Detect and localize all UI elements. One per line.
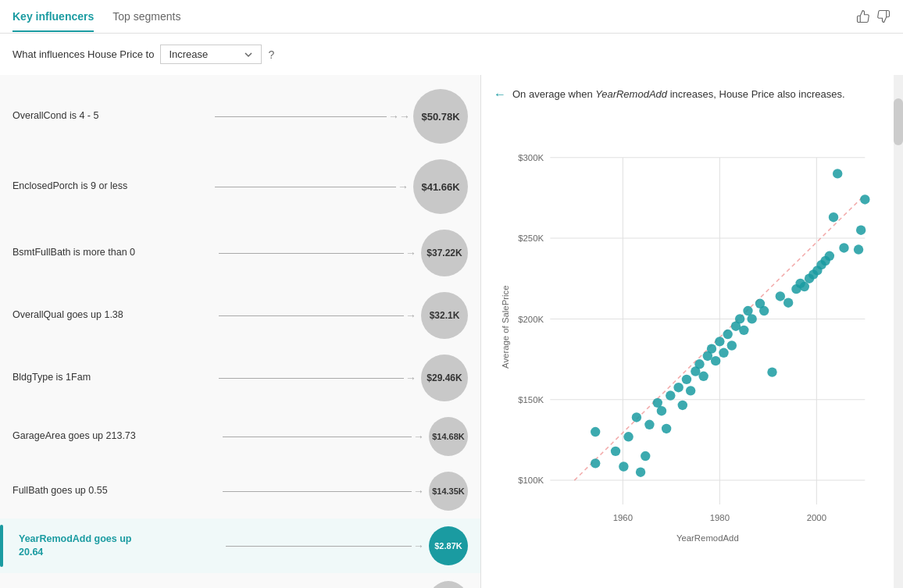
influencer-list: OverallCond is 4 - 5 → $50.78K EnclosedP… <box>0 75 480 588</box>
scatter-title: On average when YearRemodAdd increases, … <box>512 87 845 102</box>
svg-point-40 <box>707 344 716 354</box>
influencer-label: BsmtFullBath is more than 0 <box>12 246 219 260</box>
list-item[interactable]: EnclosedPorch is 9 or less → $41.66K <box>0 151 480 222</box>
svg-point-66 <box>833 169 842 178</box>
list-item[interactable]: OverallCond is 4 - 5 → $50.78K <box>0 81 480 151</box>
svg-point-43 <box>719 348 728 358</box>
svg-point-25 <box>636 468 645 477</box>
svg-point-23 <box>623 432 633 441</box>
svg-point-70 <box>854 245 863 255</box>
svg-point-26 <box>641 451 650 461</box>
filter-row: What influences House Price to Increase … <box>0 34 903 75</box>
svg-text:$300K: $300K <box>518 153 544 162</box>
svg-point-24 <box>632 412 641 422</box>
svg-point-34 <box>682 375 691 384</box>
tab-key-influencers[interactable]: Key influencers <box>12 10 94 32</box>
scatter-svg: $300K $250K $200K $150K $100K 1960 1980 … <box>494 111 881 576</box>
svg-text:$150K: $150K <box>518 395 544 404</box>
svg-point-38 <box>698 372 708 381</box>
svg-point-67 <box>839 243 848 252</box>
list-item[interactable]: BldgType is 1Fam → $29.46K <box>0 347 480 409</box>
influencer-label: BldgType is 1Fam <box>12 371 219 385</box>
svg-point-53 <box>767 368 776 377</box>
value-bubble: $29.46K <box>421 355 468 401</box>
svg-point-37 <box>694 359 704 369</box>
svg-point-68 <box>860 194 869 204</box>
svg-point-44 <box>723 330 732 339</box>
main-content: OverallCond is 4 - 5 → $50.78K EnclosedP… <box>0 75 903 588</box>
influencer-label: FullBath goes up 0.55 <box>12 484 223 498</box>
scatter-panel: ← On average when YearRemodAdd increases… <box>480 75 894 588</box>
svg-point-29 <box>657 406 666 415</box>
svg-text:$200K: $200K <box>518 315 544 324</box>
svg-point-20 <box>591 458 600 468</box>
filter-label: What influences House Price to <box>12 48 154 60</box>
influencer-label: OverallQual goes up 1.38 <box>12 308 219 323</box>
back-arrow[interactable]: ← <box>494 87 506 102</box>
value-bubble: $41.66K <box>413 159 468 214</box>
filter-value: Increase <box>169 48 208 60</box>
tabs-header: Key influencers Top segments <box>0 0 903 34</box>
influencer-label: EnclosedPorch is 9 or less <box>12 180 215 194</box>
svg-point-35 <box>686 386 695 395</box>
svg-text:YearRemodAdd: YearRemodAdd <box>676 533 739 543</box>
svg-point-47 <box>735 314 744 323</box>
list-item[interactable]: GarageArea goes up 213.73 → $14.68K <box>0 409 480 464</box>
value-bubble: $1.35K <box>429 581 468 588</box>
list-item[interactable]: FullBath goes up 0.55 → $14.35K <box>0 464 480 519</box>
influencer-label: YearRemodAdd goes up20.64 <box>19 533 226 560</box>
svg-point-31 <box>666 391 675 401</box>
scatter-header: ← On average when YearRemodAdd increases… <box>494 87 881 102</box>
list-item[interactable]: YearRemodAdd goes up20.64 → $2.87K <box>0 519 480 573</box>
svg-point-64 <box>825 251 834 261</box>
svg-text:Average of SalePrice: Average of SalePrice <box>501 286 510 369</box>
help-icon[interactable]: ? <box>268 48 274 61</box>
svg-point-52 <box>759 306 769 315</box>
svg-point-30 <box>662 424 671 433</box>
svg-point-54 <box>776 291 785 301</box>
influencer-label: GarageArea goes up 213.73 <box>12 429 223 444</box>
value-bubble: $37.22K <box>421 230 468 276</box>
svg-point-41 <box>711 356 720 365</box>
svg-point-48 <box>739 326 748 335</box>
value-bubble: $2.87K <box>429 526 468 565</box>
svg-point-19 <box>591 427 600 437</box>
thumbs-up-button[interactable] <box>856 9 870 27</box>
tab-top-segments[interactable]: Top segments <box>112 10 180 32</box>
svg-point-69 <box>856 226 866 235</box>
svg-point-21 <box>611 447 620 456</box>
svg-text:$100K: $100K <box>518 476 544 485</box>
svg-point-33 <box>678 401 687 410</box>
chevron-down-icon <box>244 50 253 59</box>
tab-list: Key influencers Top segments <box>12 10 180 32</box>
list-item[interactable]: BsmtFullBath is more than 0 → $37.22K <box>0 222 480 284</box>
value-bubble: $50.78K <box>413 89 468 144</box>
svg-text:1960: 1960 <box>613 513 633 522</box>
svg-point-27 <box>644 420 654 429</box>
toolbar-icons <box>856 9 891 33</box>
svg-text:1980: 1980 <box>710 513 730 522</box>
thumbs-down-button[interactable] <box>876 9 891 27</box>
selected-indicator <box>0 525 3 567</box>
filter-dropdown[interactable]: Increase <box>160 45 262 64</box>
value-bubble: $14.35K <box>429 472 468 511</box>
svg-point-45 <box>727 340 737 350</box>
value-bubble: $32.1K <box>421 292 468 339</box>
svg-point-50 <box>747 314 756 323</box>
scatter-chart: $300K $250K $200K $150K $100K 1960 1980 … <box>494 111 881 576</box>
svg-text:2000: 2000 <box>807 513 826 522</box>
influencer-label: OverallCond is 4 - 5 <box>12 109 215 123</box>
scrollbar[interactable] <box>894 75 903 588</box>
svg-point-58 <box>800 282 809 291</box>
svg-text:$250K: $250K <box>518 233 544 243</box>
svg-point-55 <box>783 298 793 308</box>
value-bubble: $14.68K <box>429 417 468 456</box>
svg-point-22 <box>619 461 628 471</box>
svg-point-32 <box>673 383 683 392</box>
list-item[interactable]: YearBuilt goes up 30.19 → $1.35K <box>0 573 480 588</box>
svg-point-42 <box>715 337 724 346</box>
svg-point-65 <box>829 212 838 222</box>
list-item[interactable]: OverallQual goes up 1.38 → $32.1K <box>0 284 480 347</box>
